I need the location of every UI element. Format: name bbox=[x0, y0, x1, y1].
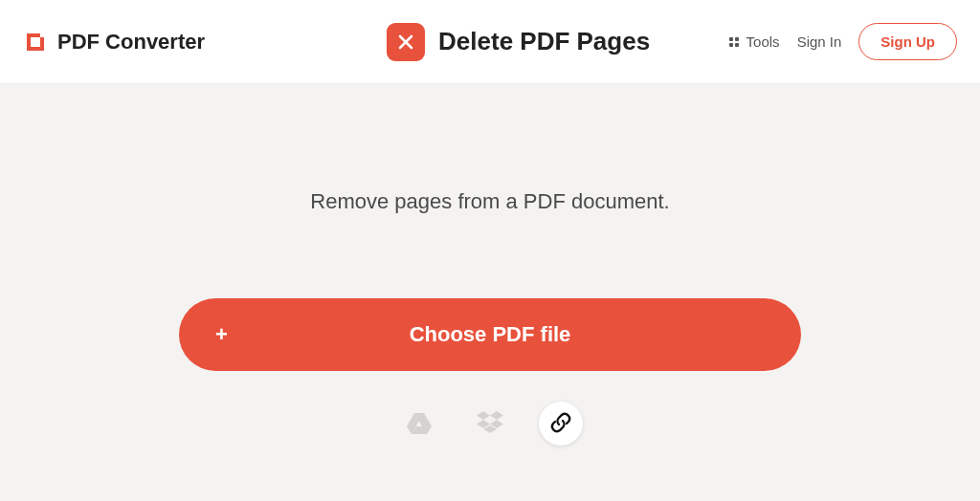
main-area: Remove pages from a PDF document. + Choo… bbox=[0, 84, 980, 501]
signin-link[interactable]: Sign In bbox=[797, 33, 842, 50]
tools-menu[interactable]: Tools bbox=[729, 33, 780, 50]
source-row bbox=[397, 402, 583, 446]
subtitle-text: Remove pages from a PDF document. bbox=[310, 189, 669, 214]
page-title-group: Delete PDF Pages bbox=[387, 23, 650, 61]
dropbox-icon bbox=[477, 411, 503, 437]
link-icon bbox=[549, 411, 572, 437]
brand[interactable]: PDF Converter bbox=[23, 30, 205, 54]
link-url-button[interactable] bbox=[539, 402, 583, 446]
top-nav: Tools Sign In Sign Up bbox=[729, 23, 957, 60]
pdf-converter-logo-icon bbox=[23, 30, 48, 54]
grid-icon bbox=[729, 37, 739, 47]
brand-name: PDF Converter bbox=[57, 30, 205, 54]
svg-rect-0 bbox=[40, 37, 44, 51]
page-title: Delete PDF Pages bbox=[438, 27, 650, 56]
choose-pdf-label: Choose PDF file bbox=[410, 322, 571, 347]
delete-page-icon bbox=[387, 23, 425, 61]
choose-pdf-button[interactable]: + Choose PDF file bbox=[179, 298, 801, 371]
signup-button[interactable]: Sign Up bbox=[858, 23, 957, 60]
dropbox-button[interactable] bbox=[468, 402, 512, 446]
google-drive-button[interactable] bbox=[397, 402, 441, 446]
header: PDF Converter Delete PDF Pages Tools Sig… bbox=[0, 0, 980, 84]
tools-label: Tools bbox=[746, 33, 780, 50]
plus-icon: + bbox=[215, 322, 228, 347]
google-drive-icon bbox=[407, 411, 432, 437]
